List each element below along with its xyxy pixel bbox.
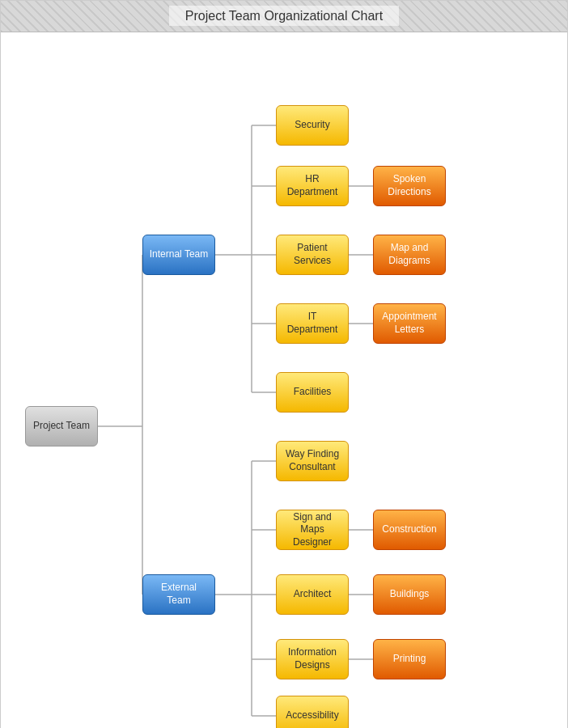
chart-title: Project Team Organizational Chart — [169, 6, 399, 26]
node-construction: Construction — [373, 510, 446, 550]
node-printing: Printing — [373, 639, 446, 679]
node-patient-services: Patient Services — [276, 235, 349, 275]
node-sign-maps: Sign and Maps Designer — [276, 510, 349, 550]
node-way-finding: Way Finding Consultant — [276, 441, 349, 481]
node-it-department: IT Department — [276, 303, 349, 344]
node-buildings: Buildings — [373, 574, 446, 615]
chart-area: Project Team Internal Team External Team… — [1, 32, 568, 728]
node-appointment-letters: Appointment Letters — [373, 303, 446, 344]
node-project-team: Project Team — [25, 406, 98, 447]
node-spoken-directions: Spoken Directions — [373, 166, 446, 206]
page: Project Team Organizational Chart — [0, 0, 568, 728]
node-facilities: Facilities — [276, 372, 349, 413]
node-architect: Architect — [276, 574, 349, 615]
node-accessibility: Accessibility — [276, 696, 349, 728]
node-map-and-diagrams: Map and Diagrams — [373, 235, 446, 275]
node-information-designs: Information Designs — [276, 639, 349, 679]
node-internal-team: Internal Team — [142, 235, 215, 275]
node-security: Security — [276, 105, 349, 146]
node-external-team: External Team — [142, 574, 215, 615]
node-hr-department: HR Department — [276, 166, 349, 206]
title-bar: Project Team Organizational Chart — [1, 1, 567, 32]
